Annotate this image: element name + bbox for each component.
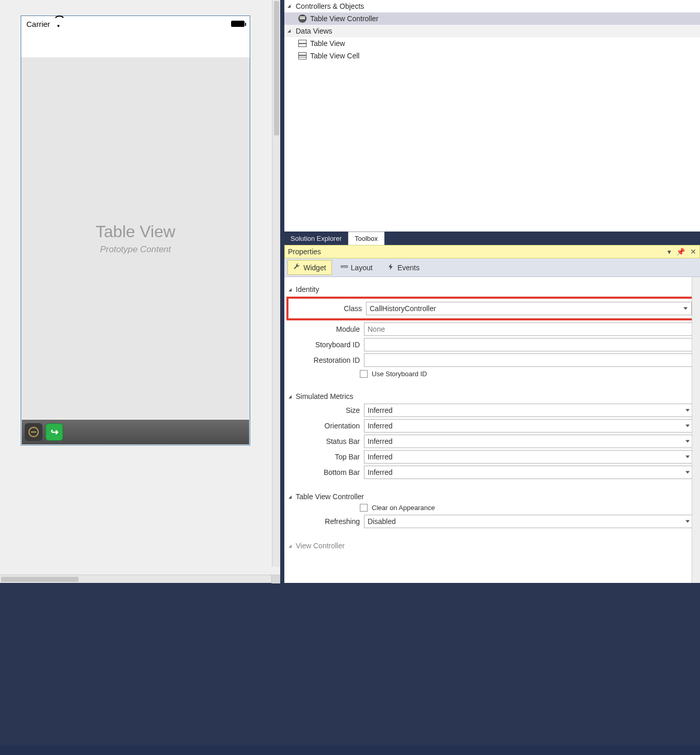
designer-horizontal-scrollbar[interactable]: ▶ <box>0 575 280 583</box>
phone-frame[interactable]: Carrier Table View Prototype Content ↪ <box>21 16 250 445</box>
section-label: Identity <box>296 285 319 294</box>
class-label: Class <box>300 304 362 313</box>
ruler-icon <box>341 263 348 272</box>
section-label: Table View Controller <box>296 492 364 501</box>
section-label: Simulated Metrics <box>296 392 353 400</box>
window-bottom-strip <box>0 746 700 755</box>
class-input[interactable] <box>366 302 692 315</box>
field-statusbar: Status Bar <box>288 435 694 448</box>
statusbar-label: Status Bar <box>298 437 360 445</box>
orientation-select[interactable] <box>364 419 694 433</box>
pin-icon[interactable]: 📌 <box>676 248 685 256</box>
outline-group-label: Controllers & Objects <box>296 2 364 10</box>
section-identity[interactable]: Identity <box>288 285 694 294</box>
class-combo[interactable] <box>366 302 692 315</box>
storyboard-id-label: Storyboard ID <box>298 341 360 349</box>
tableview-subtitle: Prototype Content <box>100 244 171 255</box>
dock-controller-button[interactable] <box>25 423 42 441</box>
topbar-select[interactable] <box>364 450 694 464</box>
exit-icon: ↪ <box>51 426 58 438</box>
properties-panel: Properties ▾ 📌 ✕ Widget <box>284 245 700 583</box>
properties-body[interactable]: Identity Class Module Storyboard ID <box>284 277 700 583</box>
bottombar-value[interactable] <box>364 466 694 479</box>
designer-vertical-scrollbar[interactable] <box>272 0 280 566</box>
bottombar-select[interactable] <box>364 466 694 479</box>
field-storyboard-id: Storyboard ID <box>288 338 694 351</box>
field-bottombar: Bottom Bar <box>288 466 694 479</box>
tab-toolbox[interactable]: Toolbox <box>348 232 385 245</box>
window-options-icon[interactable]: ▾ <box>667 248 671 256</box>
document-outline: Controllers & Objects Table View Control… <box>284 0 700 232</box>
properties-title-bar: Properties ▾ 📌 ✕ <box>284 245 700 258</box>
section-table-view-controller[interactable]: Table View Controller <box>288 492 694 501</box>
tableview-title: Table View <box>96 222 175 241</box>
statusbar-value[interactable] <box>364 435 694 448</box>
field-class: Class <box>291 302 692 315</box>
module-input[interactable] <box>364 322 694 336</box>
designer-scroll-area[interactable]: Carrier Table View Prototype Content ↪ <box>0 0 280 575</box>
checkbox-icon[interactable] <box>360 370 368 378</box>
phone-status-bar: Carrier <box>21 16 250 32</box>
battery-icon <box>231 21 245 27</box>
pane-splitter[interactable] <box>280 0 284 583</box>
table-icon <box>298 39 307 48</box>
topbar-value[interactable] <box>364 450 694 464</box>
outline-item-tableview-controller[interactable]: Table View Controller <box>284 12 700 25</box>
panel-tab-strip: Solution Explorer Toolbox <box>284 232 700 245</box>
use-storyboard-label: Use Storyboard ID <box>372 370 427 378</box>
tableview-placeholder[interactable]: Table View Prototype Content <box>21 57 250 419</box>
section-view-controller[interactable]: View Controller <box>288 542 694 550</box>
tab-layout[interactable]: Layout <box>335 260 378 275</box>
dock-exit-button[interactable]: ↪ <box>45 423 63 441</box>
field-size: Size <box>288 404 694 417</box>
refreshing-label: Refreshing <box>298 517 360 526</box>
outline-group-dataviews[interactable]: Data Views <box>284 25 700 37</box>
outline-item-tableviewcell[interactable]: Table View Cell <box>284 50 700 62</box>
properties-vertical-scrollbar[interactable] <box>692 277 700 583</box>
field-restoration-id: Restoration ID <box>288 353 694 367</box>
field-module: Module <box>288 322 694 336</box>
tab-events[interactable]: Events <box>382 260 425 275</box>
properties-title: Properties <box>288 248 321 256</box>
refreshing-value[interactable] <box>364 515 694 528</box>
statusbar-select[interactable] <box>364 435 694 448</box>
carrier-label: Carrier <box>26 20 50 28</box>
tab-solution-explorer[interactable]: Solution Explorer <box>284 232 348 245</box>
refreshing-select[interactable] <box>364 515 694 528</box>
scene-dock: ↪ <box>22 420 249 444</box>
size-value[interactable] <box>364 404 694 417</box>
tab-widget[interactable]: Widget <box>287 260 332 275</box>
designer-canvas-pane: Carrier Table View Prototype Content ↪ <box>0 0 280 583</box>
orientation-label: Orientation <box>298 422 360 430</box>
outline-item-label: Table View Controller <box>310 14 378 23</box>
bolt-icon <box>387 263 394 272</box>
restoration-id-input[interactable] <box>364 353 694 367</box>
checkbox-icon[interactable] <box>360 504 368 512</box>
field-clear-on-appearance[interactable]: Clear on Appearance <box>288 504 694 512</box>
bottombar-label: Bottom Bar <box>298 468 360 476</box>
outline-group-controllers[interactable]: Controllers & Objects <box>284 0 700 12</box>
field-orientation: Orientation <box>288 419 694 433</box>
outline-item-label: Table View Cell <box>310 52 359 60</box>
module-label: Module <box>298 325 360 333</box>
field-use-storyboard-id[interactable]: Use Storyboard ID <box>288 370 694 378</box>
wrench-icon <box>293 263 300 272</box>
section-simulated-metrics[interactable]: Simulated Metrics <box>288 392 694 400</box>
outline-item-tableview[interactable]: Table View <box>284 37 700 50</box>
outline-group-label: Data Views <box>296 27 332 35</box>
topbar-label: Top Bar <box>298 453 360 461</box>
orientation-value[interactable] <box>364 419 694 433</box>
controller-icon <box>28 427 39 437</box>
properties-tab-strip: Widget Layout Events <box>284 258 700 277</box>
storyboard-id-input[interactable] <box>364 338 694 351</box>
restoration-id-label: Restoration ID <box>298 356 360 364</box>
clear-on-appearance-label: Clear on Appearance <box>372 504 435 512</box>
wifi-icon <box>54 21 63 27</box>
phone-nav-bar[interactable] <box>21 32 250 57</box>
class-field-highlight: Class <box>286 297 696 320</box>
size-select[interactable] <box>364 404 694 417</box>
close-icon[interactable]: ✕ <box>690 248 696 256</box>
cell-icon <box>298 51 307 60</box>
field-refreshing: Refreshing <box>288 515 694 528</box>
section-label: View Controller <box>296 542 345 550</box>
